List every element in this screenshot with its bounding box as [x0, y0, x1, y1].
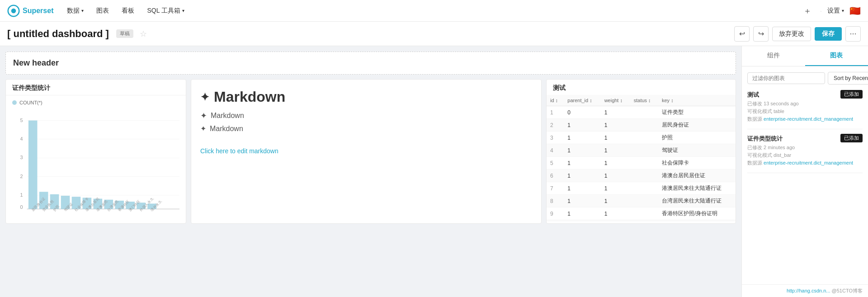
cell-status: [630, 195, 658, 207]
markdown-title: ✦ Markdown: [200, 89, 532, 105]
markdown-item-1: ✦ Markdown: [200, 111, 532, 121]
cell-status: [630, 220, 658, 222]
cell-id: 2: [547, 119, 564, 132]
col-weight: weight ↕: [601, 95, 630, 106]
cell-id: 10: [547, 220, 564, 222]
header-row: New header: [5, 52, 736, 75]
markdown-edit-link[interactable]: Click here to edit markdown: [200, 147, 278, 155]
cell-id: 9: [547, 207, 564, 220]
header-text: New header: [13, 58, 59, 67]
table-row: 7 1 1 港澳居民来往大陆通行证: [547, 182, 736, 195]
cell-weight: 1: [601, 207, 630, 220]
logo[interactable]: Superset: [7, 5, 53, 17]
nav-charts[interactable]: 图表: [92, 5, 113, 17]
nav-dashboards[interactable]: 看板: [117, 5, 139, 17]
settings-menu[interactable]: 设置 ▾: [827, 7, 844, 15]
tab-charts[interactable]: 图表: [805, 46, 868, 66]
cell-key: 社会保障卡: [658, 157, 736, 170]
cell-parent-id: 1: [564, 170, 600, 182]
chart-meta-viz-cert: 可视化模式 dist_bar: [747, 152, 863, 159]
table-card: 测试 id ↕ parent_id ↕ weight ↕ status ↕ ke…: [546, 79, 736, 224]
redo-button[interactable]: ↪: [753, 26, 769, 42]
svg-text:3: 3: [20, 155, 23, 160]
footer-url[interactable]: http://hang.csdn.n...: [787, 288, 830, 293]
chart-source-link-cert[interactable]: enterprise-recruitment.dict_management: [764, 160, 853, 165]
cell-key: 港澳台居民居住证: [658, 170, 736, 182]
cell-parent-id: 1: [564, 207, 600, 220]
table-card-title: 测试: [547, 80, 736, 95]
right-panel: 组件 图表 Sort by Recent Sort A-Z 测试 已添加 已修改…: [741, 46, 868, 297]
cell-status: [630, 182, 658, 195]
chart-filter-input[interactable]: [747, 72, 825, 84]
cell-weight: 1: [601, 220, 630, 222]
cell-id: 6: [547, 170, 564, 182]
cell-key: 香港特区护照/身份证明: [658, 207, 736, 220]
favorite-icon[interactable]: ☆: [140, 29, 147, 39]
cell-parent-id: 1: [564, 144, 600, 157]
nav-data[interactable]: 数据 ▾: [62, 5, 88, 17]
cell-parent-id: 1: [564, 132, 600, 144]
charts-row: 证件类型统计 COUNT(*) 5 4 3 2 1 0: [5, 79, 736, 224]
cell-status: [630, 144, 658, 157]
sort-select[interactable]: Sort by Recent Sort A-Z: [828, 72, 868, 85]
sparkle-icon-1: ✦: [200, 91, 209, 104]
cell-weight: 1: [601, 119, 630, 132]
bar-chart-title: 证件类型统计: [6, 80, 186, 95]
dashboard-title: [ untitled dashboard ]: [7, 28, 109, 40]
main-layout: New header 证件类型统计 COUNT(*) 5 4 3: [0, 46, 868, 297]
table-row: 1 0 1 证件类型: [547, 106, 736, 119]
chart-source-link-test[interactable]: enterprise-recruitment.dict_management: [764, 116, 853, 122]
more-options-button[interactable]: ···: [845, 26, 861, 42]
undo-button[interactable]: ↩: [734, 26, 750, 42]
bar-chart-card: 证件类型统计 COUNT(*) 5 4 3 2 1 0: [5, 79, 186, 224]
cell-id: 7: [547, 182, 564, 195]
cell-key: 护照: [658, 132, 736, 144]
cell-parent-id: 1: [564, 195, 600, 207]
svg-text:0: 0: [20, 204, 23, 210]
chart-meta-time-cert: 已修改 2 minutes ago: [747, 144, 863, 151]
chart-name-cert: 证件类型统计: [747, 135, 783, 143]
cell-id: 5: [547, 157, 564, 170]
added-badge-cert: 已添加: [840, 134, 863, 142]
table-row: 6 1 1 港澳台居民居住证: [547, 170, 736, 182]
discard-button[interactable]: 放弃更改: [772, 27, 811, 41]
markdown-card[interactable]: ✦ Markdown ✦ Markdown ✦ Markdown Click h…: [191, 79, 542, 224]
add-icon-btn[interactable]: ＋: [800, 4, 815, 18]
topnav-right: ＋ · 设置 ▾ 🇨🇳: [800, 4, 861, 18]
data-table: id ↕ parent_id ↕ weight ↕ status ↕ key ↕…: [547, 95, 736, 222]
cell-parent-id: 1: [564, 119, 600, 132]
table-scroll[interactable]: id ↕ parent_id ↕ weight ↕ status ↕ key ↕…: [547, 95, 736, 222]
cell-parent-id: 1: [564, 157, 600, 170]
cell-status: [630, 132, 658, 144]
svg-point-1: [11, 8, 16, 13]
chart-name-test: 测试: [747, 91, 759, 99]
tab-components[interactable]: 组件: [742, 46, 805, 66]
added-badge-test: 已添加: [840, 90, 863, 99]
table-header: id ↕ parent_id ↕ weight ↕ status ↕ key ↕: [547, 95, 736, 106]
col-status: status ↕: [630, 95, 658, 106]
chart-meta-time-test: 已修改 13 seconds ago: [747, 100, 863, 107]
table-row: 4 1 1 驾驶证: [547, 144, 736, 157]
markdown-item-2: ✦ Markdown: [200, 124, 532, 133]
nav-sql-tools[interactable]: SQL 工具箱 ▾: [142, 5, 189, 17]
cell-status: [630, 157, 658, 170]
cell-key: 驾驶证: [658, 144, 736, 157]
chart-list-item-cert: 证件类型统计 已添加 已修改 2 minutes ago 可视化模式 dist_…: [747, 135, 863, 173]
cell-parent-id: 1: [564, 182, 600, 195]
logo-text: Superset: [23, 7, 53, 15]
language-flag[interactable]: 🇨🇳: [849, 5, 861, 16]
right-panel-tabs: 组件 图表: [742, 46, 868, 66]
bar-chart-legend: COUNT(*): [19, 100, 42, 105]
svg-rect-14: [28, 121, 38, 209]
bar-chart-area: COUNT(*) 5 4 3 2 1 0: [6, 95, 186, 213]
cell-status: [630, 119, 658, 132]
svg-text:4: 4: [20, 136, 23, 141]
cell-key: 澳门特区护照/身份证明: [658, 220, 736, 222]
cell-key: 港澳居民来往大陆通行证: [658, 182, 736, 195]
cell-weight: 1: [601, 144, 630, 157]
save-button[interactable]: 保存: [815, 27, 842, 41]
table-row: 2 1 1 居民身份证: [547, 119, 736, 132]
right-panel-content: Sort by Recent Sort A-Z 测试 已添加 已修改 13 se…: [742, 66, 868, 284]
bar-chart-svg: 5 4 3 2 1 0: [12, 108, 179, 217]
cell-weight: 1: [601, 106, 630, 119]
